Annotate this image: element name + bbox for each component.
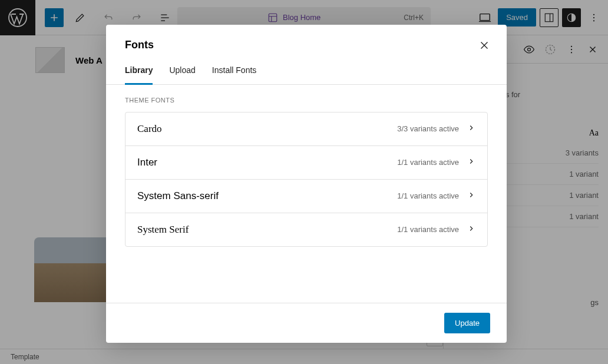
variants-label: 3/3 variants active (397, 124, 459, 133)
fonts-modal: Fonts Library Upload Install Fonts THEME… (106, 25, 507, 343)
variants-label: 1/1 variants active (397, 225, 459, 234)
font-meta: 1/1 variants active (397, 157, 475, 167)
modal-footer: Update (106, 303, 507, 343)
font-meta: 1/1 variants active (397, 191, 475, 201)
tab-library[interactable]: Library (125, 65, 153, 85)
font-name: System Sans-serif (137, 190, 219, 202)
font-meta: 1/1 variants active (397, 224, 475, 234)
font-item[interactable]: System Sans-serif1/1 variants active (125, 180, 487, 213)
font-name: Inter (137, 157, 157, 168)
chevron-right-icon (467, 191, 475, 201)
update-button[interactable]: Update (444, 313, 490, 333)
modal-header: Fonts (106, 25, 507, 51)
chevron-right-icon (467, 124, 475, 134)
variants-label: 1/1 variants active (397, 158, 459, 167)
close-modal-button[interactable] (476, 39, 493, 55)
modal-title: Fonts (125, 39, 488, 51)
font-item[interactable]: Inter1/1 variants active (125, 146, 487, 180)
font-item[interactable]: Cardo3/3 variants active (125, 112, 487, 146)
chevron-right-icon (467, 224, 475, 234)
font-item[interactable]: System Serif1/1 variants active (125, 213, 487, 246)
tab-install-fonts[interactable]: Install Fonts (212, 65, 256, 84)
theme-fonts-label: THEME FONTS (125, 97, 488, 112)
font-meta: 3/3 variants active (397, 124, 475, 134)
modal-body: THEME FONTS Cardo3/3 variants activeInte… (106, 85, 507, 303)
variants-label: 1/1 variants active (397, 191, 459, 200)
tab-upload[interactable]: Upload (169, 65, 195, 84)
font-name: System Serif (137, 224, 189, 236)
font-list: Cardo3/3 variants activeInter1/1 variant… (125, 112, 488, 247)
chevron-right-icon (467, 157, 475, 167)
modal-tabs: Library Upload Install Fonts (106, 51, 507, 85)
font-name: Cardo (137, 123, 162, 135)
